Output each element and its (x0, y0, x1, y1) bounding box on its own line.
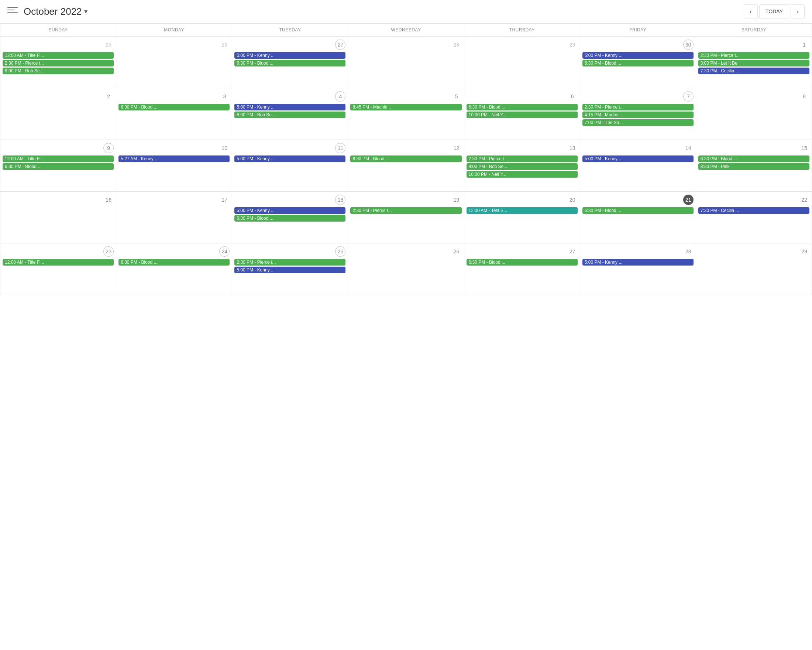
calendar-day-cell[interactable]: 252:30 PM - Pierce t...5:00 PM - Kenny .… (232, 243, 348, 295)
day-number: 17 (119, 195, 230, 205)
day-number: 11 (234, 143, 345, 153)
day-number: 18 (234, 195, 345, 205)
calendar-day-cell[interactable]: 26 (348, 243, 464, 295)
prev-button[interactable]: ‹ (744, 5, 758, 18)
calendar-event[interactable]: 5:00 PM - Kenny ... (234, 104, 345, 110)
day-number: 29 (698, 246, 809, 257)
calendar-event[interactable]: 10:00 PM - Neil Y... (467, 171, 578, 177)
calendar-event[interactable]: 6:30 PM - Blood ... (234, 60, 345, 66)
calendar-day-cell[interactable]: 16 (0, 192, 116, 243)
next-button[interactable]: › (791, 5, 804, 18)
calendar-day-cell[interactable]: 126:30 PM - Blood ... (348, 140, 464, 192)
calendar-event[interactable]: 5:00 PM - Kenny ... (582, 259, 693, 266)
calendar-event[interactable]: 10:00 PM - Neil Y... (467, 112, 578, 118)
calendar-event[interactable]: 12:00 AM - Title Fi... (3, 259, 114, 266)
calendar-event[interactable]: 5:00 PM - Kenny ... (582, 156, 693, 162)
day-number: 28 (350, 40, 461, 50)
calendar-event[interactable]: 6:30 PM - Blood ... (3, 163, 114, 170)
calendar-event[interactable]: 8:00 PM - Bob Se... (3, 67, 114, 74)
calendar-event[interactable]: 4:15 PM - Modos ... (582, 112, 693, 118)
calendar-day-cell[interactable]: 66:30 PM - Blood ...10:00 PM - Neil Y... (464, 88, 580, 140)
calendar-day-cell[interactable]: 105:27 AM - Kenny ... (116, 140, 232, 192)
day-number: 30 (582, 40, 693, 50)
calendar-day-cell[interactable]: 216:30 PM - Blood ... (580, 192, 696, 243)
calendar-day-cell[interactable]: 227:30 PM - Cecilia ... (696, 192, 812, 243)
calendar-day-cell[interactable]: 29 (696, 243, 812, 295)
calendar-day-cell[interactable]: 2012:00 AM - Test S... (464, 192, 580, 243)
calendar-event[interactable]: 5:00 PM - Kenny ... (234, 52, 345, 59)
calendar-event[interactable]: 8:00 PM - Bob Se... (234, 112, 345, 118)
calendar-event[interactable]: 2:30 PM - Pierce t... (234, 259, 345, 266)
calendar-day-cell[interactable]: 72:30 PM - Pierce t...4:15 PM - Modos ..… (580, 88, 696, 140)
calendar-event[interactable]: 5:00 PM - Kenny ... (234, 207, 345, 214)
calendar-event[interactable]: 6:30 PM - Blood ... (582, 207, 693, 214)
calendar-day-cell[interactable]: 2312:00 AM - Title Fi... (0, 243, 116, 295)
calendar-week-row: 236:30 PM - Blood ...45:00 PM - Kenny ..… (0, 88, 812, 140)
calendar-day-cell[interactable]: 45:00 PM - Kenny ...8:00 PM - Bob Se... (232, 88, 348, 140)
calendar-event[interactable]: 8:00 PM - Bob Se... (467, 163, 578, 170)
calendar-day-cell[interactable]: 29 (464, 37, 580, 88)
calendar-event[interactable]: 6:30 PM - Blood ... (467, 259, 578, 266)
calendar-day-cell[interactable]: 12:30 PM - Pierce t...3:00 PM - Let It B… (696, 37, 812, 88)
calendar-event[interactable]: 2:30 PM - Pierce t... (3, 60, 114, 66)
today-button[interactable]: TODAY (759, 5, 789, 18)
calendar-event[interactable]: 5:00 PM - Kenny ... (582, 52, 693, 59)
calendar-day-cell[interactable]: 912:00 AM - Title Fi...6:30 PM - Blood .… (0, 140, 116, 192)
calendar-day-cell[interactable]: 156:30 PM - Blood ...8:30 PM - Pink (696, 140, 812, 192)
calendar-event[interactable]: 2:30 PM - Pierce t... (467, 156, 578, 162)
calendar-event[interactable]: 2:30 PM - Pierce t... (582, 104, 693, 110)
calendar-day-cell[interactable]: 2 (0, 88, 116, 140)
calendar-event[interactable]: 2:30 PM - Pierce t... (698, 52, 809, 59)
calendar-event[interactable]: 2:30 PM - Pierce t... (350, 207, 461, 214)
calendar-day-cell[interactable]: 285:00 PM - Kenny ... (580, 243, 696, 295)
month-title[interactable]: October 2022 ▾ (24, 6, 87, 17)
calendar-event[interactable]: 12:00 AM - Title Fi... (3, 156, 114, 162)
day-number: 19 (350, 195, 461, 205)
calendar-week-row: 2312:00 AM - Title Fi...246:30 PM - Bloo… (0, 243, 812, 295)
calendar-event[interactable]: 6:30 PM - Blood ... (234, 215, 345, 222)
calendar-event[interactable]: 12:00 AM - Title Fi... (3, 52, 114, 59)
calendar-event[interactable]: 6:30 PM - Blood ... (350, 156, 461, 162)
day-number: 14 (582, 143, 693, 153)
calendar-event[interactable]: 7:30 PM - Cecilia ... (698, 207, 809, 214)
calendar-day-cell[interactable]: 132:30 PM - Pierce t...8:00 PM - Bob Se.… (464, 140, 580, 192)
calendar-day-cell[interactable]: 17 (116, 192, 232, 243)
calendar-day-cell[interactable]: 115:00 PM - Kenny ... (232, 140, 348, 192)
day-number: 8 (698, 91, 809, 102)
calendar-event[interactable]: 7:00 PM - The Sa... (582, 119, 693, 126)
day-number: 20 (467, 195, 578, 205)
day-number: 7 (582, 91, 693, 102)
calendar-event[interactable]: 6:30 PM - Blood ... (582, 60, 693, 66)
calendar-day-cell[interactable]: 275:00 PM - Kenny ...6:30 PM - Blood ... (232, 37, 348, 88)
calendar-event[interactable]: 5:00 PM - Kenny ... (234, 267, 345, 273)
calendar-event[interactable]: 6:30 PM - Blood ... (119, 104, 230, 110)
calendar-event[interactable]: 12:00 AM - Test S... (467, 207, 578, 214)
calendar-day-cell[interactable]: 2512:00 AM - Title Fi...2:30 PM - Pierce… (0, 37, 116, 88)
calendar-day-cell[interactable]: 145:00 PM - Kenny ... (580, 140, 696, 192)
calendar-day-cell[interactable]: 58:45 PM - Machin... (348, 88, 464, 140)
day-number: 26 (350, 246, 461, 257)
calendar-event[interactable]: 8:45 PM - Machin... (350, 104, 461, 110)
calendar-event[interactable]: 7:30 PM - Cecilia ... (698, 67, 809, 74)
calendar-day-cell[interactable]: 305:00 PM - Kenny ...6:30 PM - Blood ... (580, 37, 696, 88)
calendar-event[interactable]: 5:00 PM - Kenny ... (234, 156, 345, 162)
calendar-event[interactable]: 5:27 AM - Kenny ... (119, 156, 230, 162)
calendar-day-cell[interactable]: 36:30 PM - Blood ... (116, 88, 232, 140)
calendar-event[interactable]: 8:30 PM - Pink (698, 163, 809, 170)
calendar-day-cell[interactable]: 185:00 PM - Kenny ...6:30 PM - Blood ... (232, 192, 348, 243)
calendar-day-cell[interactable]: 192:30 PM - Pierce t... (348, 192, 464, 243)
calendar-event[interactable]: 3:00 PM - Let It Be (698, 60, 809, 66)
filter-icon[interactable] (8, 8, 18, 15)
calendar-event[interactable]: 6:30 PM - Blood ... (467, 104, 578, 110)
day-number: 29 (467, 40, 578, 50)
calendar-event[interactable]: 6:30 PM - Blood ... (119, 259, 230, 266)
calendar-day-cell[interactable]: 26 (116, 37, 232, 88)
day-number: 25 (234, 246, 345, 257)
calendar-day-cell[interactable]: 8 (696, 88, 812, 140)
day-number: 23 (3, 246, 114, 257)
calendar-day-cell[interactable]: 276:30 PM - Blood ... (464, 243, 580, 295)
calendar-event[interactable]: 6:30 PM - Blood ... (698, 156, 809, 162)
calendar-day-cell[interactable]: 246:30 PM - Blood ... (116, 243, 232, 295)
day-number: 9 (3, 143, 114, 153)
calendar-day-cell[interactable]: 28 (348, 37, 464, 88)
